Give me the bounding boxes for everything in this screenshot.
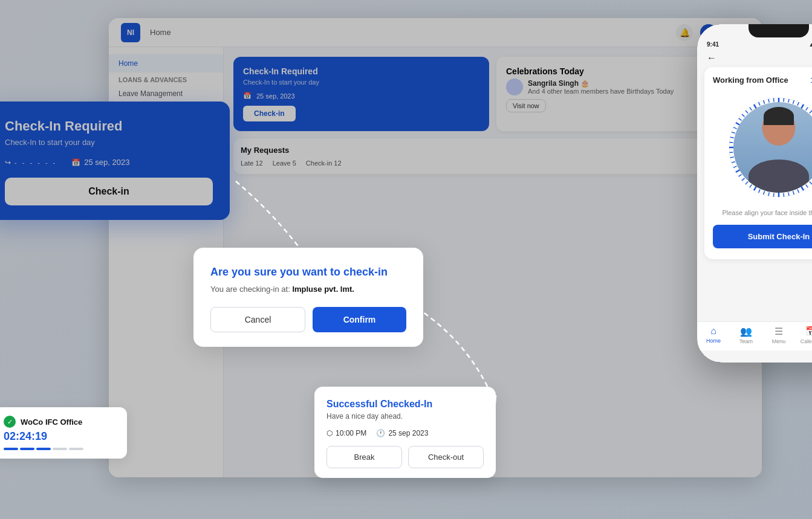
- svg-line-40: [739, 175, 742, 177]
- break-button[interactable]: Break: [326, 446, 402, 468]
- woco-office-card: ✓ WoCo IFC Office 02:24:19: [0, 407, 127, 459]
- phone-notch: [749, 24, 809, 37]
- svg-line-33: [768, 192, 769, 196]
- woco-check-icon: ✓: [4, 416, 16, 428]
- confirm-button[interactable]: Confirm: [313, 307, 406, 332]
- svg-line-45: [729, 152, 733, 153]
- svg-line-8: [810, 111, 812, 113]
- svg-line-5: [797, 102, 799, 105]
- svg-line-39: [742, 178, 744, 181]
- mobile-phone: 9:41 ▲▲▲ WiFi 🔋 ← Working from Office 10…: [697, 24, 812, 363]
- phone-screen: 9:41 ▲▲▲ WiFi 🔋 ← Working from Office 10…: [697, 24, 812, 363]
- phone-nav-calendar[interactable]: 📅 Calendar: [795, 326, 812, 344]
- progress-dots: [4, 448, 117, 450]
- svg-line-48: [730, 137, 734, 138]
- svg-line-58: [764, 100, 765, 104]
- svg-line-59: [768, 99, 769, 103]
- svg-line-55: [750, 108, 752, 111]
- checkout-button[interactable]: Check-out: [408, 446, 484, 468]
- phone-nav-menu[interactable]: ☰ Menu: [762, 326, 795, 344]
- face-circle-container: [724, 93, 812, 202]
- svg-line-52: [739, 118, 742, 121]
- svg-line-32: [773, 193, 774, 197]
- phone-header: ←: [697, 48, 812, 67]
- submit-checkin-btn[interactable]: Submit Check-In: [713, 225, 812, 248]
- svg-line-54: [745, 111, 748, 113]
- phone-checkin-card: Working from Office 10:29 AM: [704, 67, 812, 259]
- cancel-button[interactable]: Cancel: [210, 307, 305, 332]
- phone-nav-team[interactable]: 👥 Team: [730, 326, 762, 344]
- svg-line-50: [733, 127, 736, 129]
- phone-bottom-nav: ⌂ Home 👥 Team ☰ Menu 📅 Calendar ⚙ Se: [697, 321, 812, 350]
- svg-line-49: [732, 132, 735, 134]
- svg-line-44: [730, 157, 734, 158]
- success-card: Successful Checked-In Have a nice day ah…: [314, 387, 496, 478]
- phone-nav-home[interactable]: ⌂ Home: [697, 326, 730, 344]
- svg-line-2: [784, 98, 784, 102]
- svg-line-43: [732, 161, 735, 163]
- svg-line-53: [742, 114, 744, 117]
- svg-line-47: [729, 142, 733, 143]
- back-icon[interactable]: ←: [707, 53, 716, 63]
- svg-line-3: [788, 99, 789, 103]
- confirm-dialog: Are you sure you want to check-in You ar…: [193, 248, 423, 347]
- svg-line-42: [733, 166, 736, 167]
- svg-line-7: [806, 108, 808, 111]
- svg-line-29: [788, 192, 789, 196]
- svg-line-24: [810, 181, 812, 184]
- svg-line-30: [784, 193, 784, 197]
- svg-line-57: [759, 102, 760, 105]
- svg-line-60: [773, 98, 774, 102]
- svg-line-4: [793, 100, 794, 104]
- svg-line-38: [745, 181, 748, 184]
